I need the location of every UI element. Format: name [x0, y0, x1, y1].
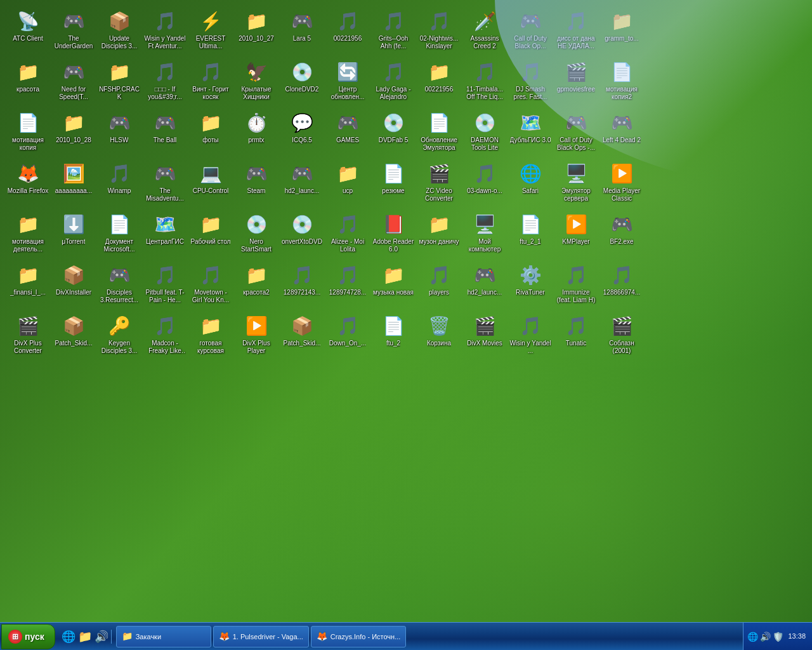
desktop-icon-00221956[interactable]: 🎵00221956: [325, 6, 370, 56]
desktop-icon-prmtx[interactable]: ⏱️prmtx: [234, 107, 278, 158]
desktop-icon-alizee[interactable]: 🎵Alizee - Moi Lolita: [325, 209, 370, 260]
desktop-icon-11-timbala[interactable]: 🎵11-Timbalа... Off The Liq...: [462, 56, 507, 107]
desktop-icon-the-misadventu[interactable]: 🎮The Misadventu...: [143, 158, 187, 209]
desktop-icon-finansi[interactable]: 📁_finansi_l_...: [6, 260, 50, 310]
desktop-icon-pitbull[interactable]: 🎵Pitbull feat. T-Pain - He...: [143, 260, 187, 310]
desktop-icon-nfshp-crack[interactable]: 📁NFSHP.CRACK: [97, 56, 141, 107]
desktop-icon-dj-smash[interactable]: 🎵DJ Smash pres. Fast...: [508, 56, 553, 107]
tray-shield-icon[interactable]: 🛡️: [773, 632, 783, 642]
desktop-icon-mozilla-firefox[interactable]: 🦊Mozilla Firefox: [6, 158, 50, 209]
desktop-icon-grits-ooh[interactable]: 🎵Grits--Ooh Ahh (fe...: [371, 6, 416, 56]
desktop-icon-onverttxtodvd[interactable]: 💿onvertXtoDVD: [280, 209, 324, 260]
desktop-icon-gpmoviesfree[interactable]: 🎬gpmoviesfree: [554, 56, 598, 107]
quick-launch-icon-2[interactable]: 🔊: [95, 630, 108, 644]
desktop-icon-zc-video[interactable]: 🎬ZC Video Converter: [417, 158, 461, 209]
desktop-icon-cpu-control[interactable]: 💻CPU-Control: [188, 158, 233, 209]
desktop-icon-02-nightwis[interactable]: 🎵02-Nightwis... Kinslayer: [417, 6, 461, 56]
desktop-icon-hd2-launch[interactable]: 🎮hd2_launc...: [280, 158, 324, 209]
desktop-icon-clonedvd2[interactable]: 💿CloneDVD2: [280, 56, 324, 107]
desktop-icon-divxplus-converter[interactable]: 🎬DivX Plus Converter: [6, 310, 50, 361]
desktop-icon-dokument-microsoft[interactable]: 📄Документ Microsoft...: [97, 209, 141, 260]
taskbar-item-tb-folder[interactable]: 📁Закачки: [116, 626, 211, 647]
desktop-icon-2010-10-27b[interactable]: 📁2010_10_28: [51, 107, 96, 158]
desktop-icon-muzyon-danichu[interactable]: 📁музон даничу: [417, 209, 461, 260]
desktop-icon-call-of-duty[interactable]: 🎮Call of Duty Black Op...: [508, 6, 553, 56]
desktop-icon-need-for-speed[interactable]: 🎮Need for Speed(T...: [51, 56, 96, 107]
desktop-icon-motivatsiya-kopiya2[interactable]: 📄мотивация копия2: [599, 56, 644, 107]
desktop-icon-movetown[interactable]: 🎵Movetown - Girl You Kn...: [188, 260, 233, 310]
desktop-icon-motivatsiya-kopiya[interactable]: 📄мотивация копия: [6, 107, 50, 158]
desktop-icon-soblazn[interactable]: 🎬Соблазн (2001): [599, 310, 644, 361]
desktop-icon-disc-dana[interactable]: 🎵дисс от дана НЕ УДАЛА...: [554, 6, 598, 56]
desktop-icon-tsentralgis[interactable]: 🗺️ЦентралГИС: [143, 209, 187, 260]
desktop-icon-12886097[interactable]: 🎵128866974...: [599, 260, 644, 310]
desktop-icon-madcon[interactable]: 🎵Madcon - Freaky Like Me: [143, 310, 187, 361]
desktop-icon-korzina[interactable]: 🗑️Корзина: [417, 310, 461, 361]
desktop-icon-krylatye[interactable]: 🦅Крылатые Хищники: [234, 56, 278, 107]
tray-network-icon[interactable]: 🌐: [747, 632, 758, 642]
desktop-icon-the-undergarden[interactable]: 🎮The UnderGarden: [51, 6, 96, 56]
desktop-icon-call-of-duty-black-ops[interactable]: 🎮Call of Duty Black Ops -...: [554, 107, 598, 158]
desktop-icon-lara5[interactable]: 🎮Lara 5: [280, 6, 324, 56]
desktop-icon-icq65[interactable]: 💬ICQ6.5: [280, 107, 324, 158]
desktop-icon-aaaaaaaa[interactable]: 🖼️ааааааааа...: [51, 158, 96, 209]
desktop-icon-update-disciples[interactable]: 📦Update Disciples 3...: [97, 6, 141, 56]
desktop-icon-gotovaya[interactable]: 📁готовая курсовая: [188, 310, 233, 361]
desktop-icon-2010-10-27[interactable]: 📁2010_10_27: [234, 6, 278, 56]
desktop-icon-dvdfab5[interactable]: 💿DVDFab 5: [371, 107, 416, 158]
desktop-icon-tunatic[interactable]: 🎵Tunatic: [554, 310, 598, 361]
desktop-icon-ucp[interactable]: 📁ucp: [325, 158, 370, 209]
desktop-icon-vint-gorit[interactable]: 🎵Винт - Горит косяк: [188, 56, 233, 107]
taskbar-item-tb-pulsedriver[interactable]: 🦊1. Pulsedriver - Vaga...: [213, 626, 309, 647]
desktop-icon-divxplus-player[interactable]: ▶️DivX Plus Player: [234, 310, 278, 361]
desktop-icon-disciples3[interactable]: 🎮Disciples 3.Resurrect...: [97, 260, 141, 310]
desktop-icon-safari[interactable]: 🌐Safari: [508, 158, 553, 209]
desktop-icon-adobe-reader[interactable]: 📕Adobe Reader 6.0: [371, 209, 416, 260]
desktop-icon-tsentr-obnovlen[interactable]: 🔄Центр обновлен...: [325, 56, 370, 107]
desktop-icon-patch-skid[interactable]: 📦Patch_Skid...: [51, 310, 96, 361]
desktop-icon-rezyume[interactable]: 📄резюме: [371, 158, 416, 209]
desktop-icon-kmplayer[interactable]: ▶️KMPlayer: [554, 209, 598, 260]
desktop-icon-media-player[interactable]: ▶️Media Player Classic: [599, 158, 644, 209]
quick-launch-icon-0[interactable]: 🌐: [62, 630, 75, 644]
desktop-icon-krasota[interactable]: 📁красота: [6, 56, 50, 107]
desktop-icon-lady-gaga[interactable]: 🎵Lady Gaga - Alejandro: [371, 56, 416, 107]
desktop-icon-immunize[interactable]: 🎵Immunize (feat. Liam H): [554, 260, 598, 310]
desktop-icon-hlsw[interactable]: 🎮HLSW: [97, 107, 141, 158]
desktop-icon-winamp[interactable]: 🎵Winamp: [97, 158, 141, 209]
desktop-icon-you-r[interactable]: 🎵□□□ - If you&#39;r...: [143, 56, 187, 107]
desktop-icon-games[interactable]: 🎮GAMES: [325, 107, 370, 158]
desktop-icon-hd2-launc2[interactable]: 🎮hd2_launc...: [462, 260, 507, 310]
desktop-icon-gramm-to[interactable]: 📁gramm_to...: [599, 6, 644, 56]
desktop-icon-ftu-2-1[interactable]: 📄ftu_2_1: [508, 209, 553, 260]
desktop-icon-motivatsiya-deyatel[interactable]: 📁мотивация деятель...: [6, 209, 50, 260]
desktop-icon-divxinstaller[interactable]: 📦DivXInstaller: [51, 260, 96, 310]
desktop-icon-rivaturner[interactable]: ⚙️RivaTuner: [508, 260, 553, 310]
desktop-icon-down-on[interactable]: 🎵Down_On_...: [325, 310, 370, 361]
taskbar-item-tb-crazys[interactable]: 🦊Crazys.Info - Источн...: [311, 626, 407, 647]
desktop-icon-utorrent[interactable]: ⬇️μTorrent: [51, 209, 96, 260]
desktop-icon-krasota2[interactable]: 📁красота2: [234, 260, 278, 310]
desktop-icon-rabochiy-stol[interactable]: 📁Рабочий стол: [188, 209, 233, 260]
desktop-icon-muzyka-novaya[interactable]: 📁музыка новая: [371, 260, 416, 310]
desktop-icon-wisin-yandel2[interactable]: 🎵Wisin y Yandel ...: [508, 310, 553, 361]
desktop-icon-daemon-tools[interactable]: 💿DAEMON Tools Lite: [462, 107, 507, 158]
quick-launch-icon-1[interactable]: 📁: [78, 630, 92, 644]
tray-sound-icon[interactable]: 🔊: [760, 632, 771, 642]
desktop-icon-the-ball[interactable]: 🎮The Ball: [143, 107, 187, 158]
desktop-icon-1289721413[interactable]: 🎵128972143...: [280, 260, 324, 310]
desktop-icon-left4dead2[interactable]: 🎮Left 4 Dead 2: [599, 107, 644, 158]
desktop-icon-patch-skid2[interactable]: 📦Patch_Skid...: [280, 310, 324, 361]
desktop-icon-dubgis30[interactable]: 🗺️ДубльГИС 3.0: [508, 107, 553, 158]
desktop-icon-divx-movies[interactable]: 🎬DivX Movies: [462, 310, 507, 361]
desktop-icon-everest-ultima[interactable]: ⚡EVEREST Ultima...: [188, 6, 233, 56]
desktop-icon-steam[interactable]: 🎮Steam: [234, 158, 278, 209]
desktop-icon-emulyator-servera[interactable]: 🖥️Эмулятор сервера: [554, 158, 598, 209]
desktop-icon-ftu2[interactable]: 📄ftu_2: [371, 310, 416, 361]
desktop-icon-obnovlenie-emulyatora[interactable]: 📄Обновление Эмулятора: [417, 107, 461, 158]
desktop-icon-foty[interactable]: 📁фоты: [188, 107, 233, 158]
start-button[interactable]: ⊞ пуск: [1, 624, 55, 649]
desktop-icon-assassins-creed[interactable]: 🗡️Assassins Creed 2: [462, 6, 507, 56]
desktop-icon-00221956b[interactable]: 📁00221956: [417, 56, 461, 107]
desktop-icon-03-dawn[interactable]: 🎵03-dawn-o...: [462, 158, 507, 209]
